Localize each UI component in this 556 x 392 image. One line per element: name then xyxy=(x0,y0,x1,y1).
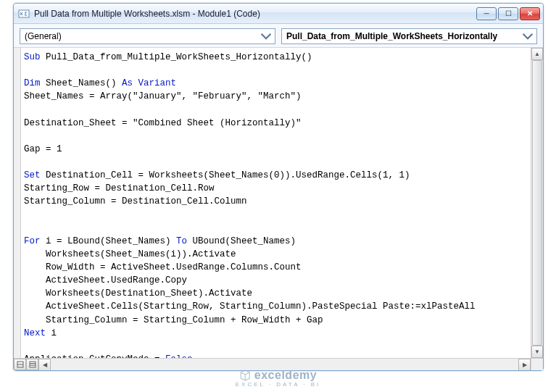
chevron-down-icon xyxy=(522,30,534,42)
window-title: Pull Data from Multiple Worksheets.xlsm … xyxy=(34,9,476,19)
svg-rect-3 xyxy=(30,362,36,367)
close-button[interactable]: ✕ xyxy=(520,7,540,20)
vba-code-window: Pull Data from Multiple Worksheets.xlsm … xyxy=(13,3,544,371)
scroll-down-button[interactable]: ▼ xyxy=(531,346,543,358)
module-icon xyxy=(18,8,30,20)
procedure-dropdown-value: Pull_Data_from_Multiple_WorkSheets_Horiz… xyxy=(286,31,522,41)
object-procedure-bar: (General) Pull_Data_from_Multiple_WorkSh… xyxy=(14,24,543,48)
code-text: Sub Pull_Data_from_Multiple_WorkSheets_H… xyxy=(24,51,476,370)
watermark: exceldemy EXCEL · DATA · BI xyxy=(236,369,321,388)
code-editor[interactable]: Sub Pull_Data_from_Multiple_WorkSheets_H… xyxy=(14,48,543,370)
minimize-button[interactable]: ─ xyxy=(476,7,497,20)
watermark-subtitle: EXCEL · DATA · BI xyxy=(236,381,321,388)
object-dropdown-value: (General) xyxy=(25,31,260,41)
full-module-view-button[interactable] xyxy=(26,359,38,370)
procedure-view-button[interactable] xyxy=(14,359,26,370)
svg-rect-0 xyxy=(19,10,29,17)
scroll-track[interactable] xyxy=(531,60,543,346)
vertical-scrollbar[interactable]: ▲ ▼ xyxy=(531,48,543,358)
scroll-right-button[interactable]: ▶ xyxy=(518,359,531,370)
titlebar[interactable]: Pull Data from Multiple Worksheets.xlsm … xyxy=(14,4,543,24)
margin-indicator-bar xyxy=(14,48,21,370)
scroll-up-button[interactable]: ▲ xyxy=(531,48,543,60)
scroll-thumb[interactable] xyxy=(532,60,542,346)
object-dropdown[interactable]: (General) xyxy=(20,28,275,44)
maximize-button[interactable]: ☐ xyxy=(498,7,518,20)
scroll-left-button[interactable]: ◀ xyxy=(38,359,51,370)
scroll-track-h[interactable] xyxy=(51,359,518,370)
procedure-dropdown[interactable]: Pull_Data_from_Multiple_WorkSheets_Horiz… xyxy=(281,28,537,44)
window-controls: ─ ☐ ✕ xyxy=(476,7,540,20)
horizontal-scrollbar[interactable]: ◀ ▶ xyxy=(14,358,531,370)
scrollbar-corner xyxy=(531,358,543,370)
watermark-icon xyxy=(239,370,251,381)
chevron-down-icon xyxy=(260,30,272,42)
